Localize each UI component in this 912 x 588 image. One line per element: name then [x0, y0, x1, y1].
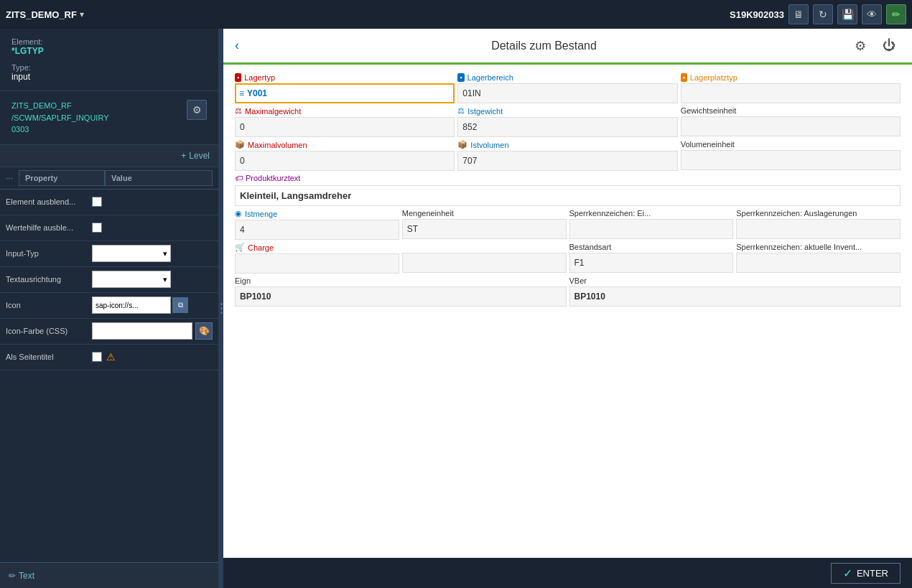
lagertyp-icon: ▪: [235, 73, 241, 82]
prop-value-icon-farbe: 🎨: [92, 322, 213, 340]
session-id: S19K902033: [730, 9, 784, 20]
row-lager-types: ▪ Lagertyp ≡ ▪ Lagerbereich 01IN: [235, 73, 901, 103]
prop-name-element-ausblend: Element ausblend...: [6, 197, 92, 206]
produktkurztext-value: Kleinteil, Langsamdreher: [235, 185, 901, 206]
group-istvolumen: 📦 Istvolumen 707: [457, 140, 677, 171]
label-sperrkennzeichen-inv: Sperrkennzeichen: aktuelle Invent...: [736, 243, 901, 251]
istvolumen-input[interactable]: 707: [457, 151, 677, 171]
sperrkennzeichen-ei-input[interactable]: [569, 219, 734, 239]
prop-row-textausrichtung: Textausrichtung ▾: [0, 267, 218, 293]
charge-input[interactable]: [235, 253, 399, 274]
text-button[interactable]: ✏ Text: [9, 571, 34, 581]
level-label: Level: [189, 151, 210, 161]
lagertyp-input-wrapper[interactable]: ≡: [235, 83, 455, 103]
label-produktkurztext: 🏷 Produktkurztext: [235, 174, 901, 182]
plus-icon: +: [181, 151, 186, 161]
program-line1: ZITS_DEMO_RF: [11, 100, 109, 112]
eye-btn[interactable]: 👁: [862, 4, 882, 24]
label-istmenge: ◉ Istmenge: [235, 209, 399, 218]
group-maximalvolumen: 📦 Maximalvolumen 0: [235, 140, 455, 171]
main-area: Element: *LGTYP Type: input ZITS_DEMO_RF…: [0, 29, 912, 588]
enter-button[interactable]: ✓ ENTER: [831, 563, 901, 584]
form-body: ▪ Lagertyp ≡ ▪ Lagerbereich 01IN: [223, 65, 912, 558]
label-volumeneinheit: Volumeneinheit: [681, 140, 901, 149]
lagerbereich-input[interactable]: 01IN: [457, 83, 677, 103]
warning-icon: ⚠: [106, 351, 116, 363]
select-textausrichtung[interactable]: ▾: [92, 271, 171, 288]
row-menge-sperr: ◉ Istmenge 4 Mengeneinheit ST: [235, 209, 901, 240]
refresh-btn[interactable]: ↻: [813, 4, 833, 24]
dots-menu[interactable]: ···: [6, 173, 13, 183]
select-input-typ[interactable]: ▾: [92, 245, 171, 262]
save-btn[interactable]: 💾: [837, 4, 857, 24]
group-eign: Eign BP1010: [235, 276, 567, 307]
prop-value-als-seitentitel: ⚠: [92, 351, 213, 363]
form-header-actions: ⚙ ⏻: [849, 34, 901, 57]
produktkurztext-icon: 🏷: [235, 174, 243, 182]
properties-list: Element ausblend... Wertehilfe ausble...…: [0, 190, 218, 563]
istmenge-icon: ◉: [235, 209, 242, 218]
icon-input[interactable]: sap-icon://s...: [92, 297, 171, 314]
prop-name-als-seitentitel: Als Seitentitel: [6, 353, 92, 361]
program-settings-btn[interactable]: ⚙: [187, 100, 207, 120]
form-footer: ✓ ENTER: [223, 558, 912, 588]
istmenge-input[interactable]: 4: [235, 220, 399, 240]
mengeneinheit-input[interactable]: ST: [402, 219, 567, 239]
label-istgewicht: ⚖ Istgewicht: [457, 106, 677, 116]
vber-input[interactable]: BP1010: [569, 286, 901, 307]
element-info: Element: *LGTYP Type: input: [0, 29, 218, 91]
display-btn[interactable]: 🖥: [788, 4, 809, 24]
pencil-icon: ✏: [9, 571, 16, 581]
checkbox-element-ausblend[interactable]: [92, 197, 102, 207]
volumeneinheit-input[interactable]: [681, 150, 901, 170]
enter-label: ENTER: [857, 568, 888, 579]
prop-col-headers: Property Value: [19, 170, 213, 186]
istgewicht-input[interactable]: 852: [457, 117, 677, 137]
prop-value-wertehilfe: [92, 223, 213, 233]
col-property: Property: [19, 170, 105, 186]
lagertyp-input[interactable]: [247, 88, 450, 98]
charge-icon: 🛒: [235, 243, 245, 252]
checkbox-als-seitentitel[interactable]: [92, 352, 102, 362]
gewichtseinheit-input[interactable]: [681, 116, 901, 136]
prop-row-element-ausblend: Element ausblend...: [0, 190, 218, 215]
prop-value-icon: sap-icon://s... ⧉: [92, 297, 213, 314]
lagerplatztyp-input[interactable]: [681, 83, 901, 103]
group-volumeneinheit: Volumeneinheit: [681, 140, 901, 170]
properties-header: ··· Property Value: [0, 167, 218, 190]
program-line3: 0303: [11, 123, 109, 136]
power-button[interactable]: ⏻: [878, 34, 901, 57]
maximalvolumen-input[interactable]: 0: [235, 151, 455, 171]
level-bar: + Level: [0, 145, 218, 167]
sperrkennzeichen-inv-input[interactable]: [736, 253, 901, 273]
add-level-btn[interactable]: + Level: [181, 151, 210, 161]
row-produktkurztext-label: 🏷 Produktkurztext: [235, 174, 901, 182]
color-picker-btn[interactable]: 🎨: [195, 322, 213, 340]
maximalgewicht-input[interactable]: 0: [235, 117, 455, 137]
checkbox-wertehilfe[interactable]: [92, 223, 102, 233]
row-eign-vber: Eign BP1010 VBer BP1010: [235, 276, 901, 307]
bestandsart-input[interactable]: F1: [569, 253, 734, 273]
prop-name-icon: Icon: [6, 301, 92, 309]
program-line2: /SCWM/SAPLRF_INQUIRY: [11, 112, 109, 124]
top-bar: ZITS_DEMO_RF ▾ S19K902033 🖥 ↻ 💾 👁 ✏: [0, 0, 912, 29]
back-button[interactable]: ‹: [235, 38, 239, 53]
row-produktkurztext-value: Kleinteil, Langsamdreher: [235, 185, 901, 206]
eign-input[interactable]: BP1010: [235, 286, 567, 307]
prop-value-textausrichtung: ▾: [92, 271, 213, 288]
prop-row-wertehilfe: Wertehilfe ausble...: [0, 215, 218, 241]
type-value: input: [11, 72, 207, 82]
edit-btn[interactable]: ✏: [886, 4, 906, 24]
lagerbereich-icon: ▪: [457, 73, 464, 82]
group-vber: VBer BP1010: [569, 276, 901, 307]
group-istmenge: ◉ Istmenge 4: [235, 209, 399, 240]
sperrkennzeichen-aus-input[interactable]: [736, 219, 901, 239]
form-header: ‹ Details zum Bestand ⚙ ⏻: [223, 29, 912, 65]
color-input[interactable]: [92, 322, 192, 340]
top-bar-left: ZITS_DEMO_RF ▾: [6, 9, 84, 20]
gear-button[interactable]: ⚙: [849, 34, 872, 57]
app-dropdown[interactable]: ▾: [80, 9, 84, 19]
label-sperrkennzeichen-aus: Sperrkennzeichen: Auslagerungen: [736, 209, 901, 218]
icon-browse-btn[interactable]: ⧉: [172, 297, 188, 313]
prop-row-als-seitentitel: Als Seitentitel ⚠: [0, 345, 218, 370]
